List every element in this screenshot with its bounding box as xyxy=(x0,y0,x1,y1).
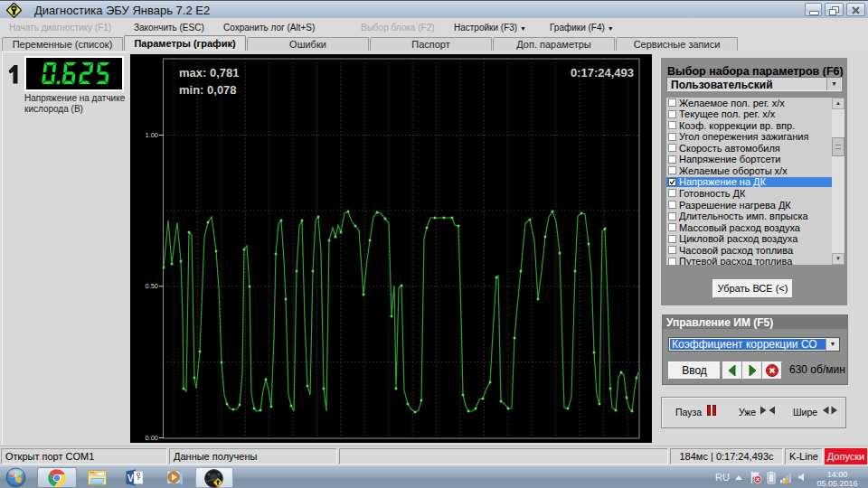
svg-text:1.00: 1.00 xyxy=(145,131,158,139)
svg-text:V: V xyxy=(127,474,134,483)
svg-text:0.50: 0.50 xyxy=(145,282,158,290)
svg-text:0.00: 0.00 xyxy=(145,434,158,442)
